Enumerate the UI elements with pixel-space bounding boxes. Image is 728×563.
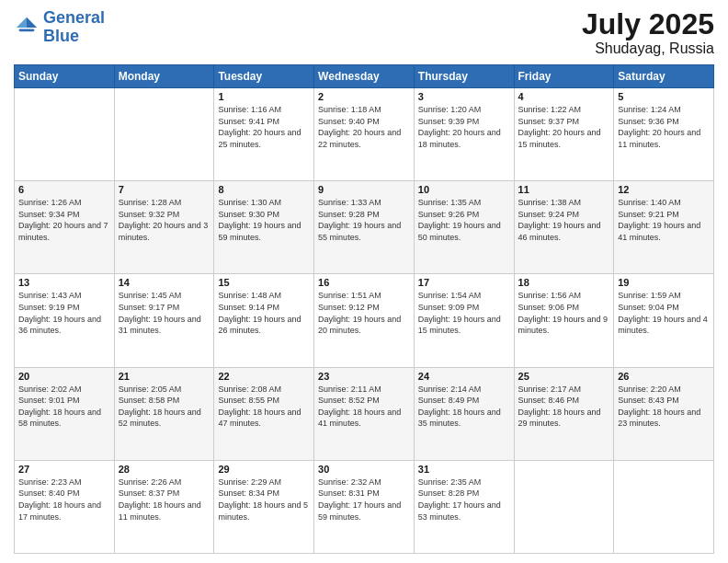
logo-text: General Blue: [43, 9, 105, 46]
calendar-table: Sunday Monday Tuesday Wednesday Thursday…: [14, 64, 714, 554]
day-number: 8: [218, 184, 310, 195]
header: General Blue July 2025 Shudayag, Russia: [14, 9, 714, 57]
table-row: [114, 88, 214, 181]
daylight-text: Daylight: 20 hours and 22 minutes.: [318, 127, 410, 150]
day-info: Sunrise: 1:59 AMSunset: 9:04 PMDaylight:…: [618, 290, 710, 336]
day-info: Sunrise: 1:40 AMSunset: 9:21 PMDaylight:…: [618, 197, 710, 243]
day-info: Sunrise: 2:29 AMSunset: 8:34 PMDaylight:…: [218, 477, 310, 523]
table-row: 6Sunrise: 1:26 AMSunset: 9:34 PMDaylight…: [15, 181, 115, 274]
day-number: 28: [119, 464, 210, 475]
table-row: 17Sunrise: 1:54 AMSunset: 9:09 PMDayligh…: [414, 274, 514, 367]
day-number: 14: [119, 277, 210, 288]
day-info: Sunrise: 2:23 AMSunset: 8:40 PMDaylight:…: [18, 477, 110, 523]
sunrise-text: Sunrise: 1:24 AM: [618, 104, 710, 116]
day-info: Sunrise: 1:18 AMSunset: 9:40 PMDaylight:…: [318, 104, 410, 150]
calendar-week-row: 13Sunrise: 1:43 AMSunset: 9:19 PMDayligh…: [15, 274, 714, 367]
day-info: Sunrise: 2:35 AMSunset: 8:28 PMDaylight:…: [418, 477, 510, 523]
table-row: 23Sunrise: 2:11 AMSunset: 8:52 PMDayligh…: [314, 367, 415, 460]
table-row: 5Sunrise: 1:24 AMSunset: 9:36 PMDaylight…: [614, 88, 714, 181]
weekday-header-row: Sunday Monday Tuesday Wednesday Thursday…: [15, 65, 714, 88]
sunrise-text: Sunrise: 1:30 AM: [218, 197, 310, 209]
table-row: 3Sunrise: 1:20 AMSunset: 9:39 PMDaylight…: [414, 88, 514, 181]
sunrise-text: Sunrise: 2:02 AM: [18, 384, 110, 396]
header-sunday: Sunday: [15, 65, 115, 88]
sunrise-text: Sunrise: 2:14 AM: [418, 384, 510, 396]
day-number: 5: [618, 91, 710, 102]
sunset-text: Sunset: 8:52 PM: [318, 395, 410, 407]
sunrise-text: Sunrise: 1:51 AM: [318, 290, 410, 302]
sunset-text: Sunset: 8:46 PM: [518, 395, 610, 407]
day-info: Sunrise: 2:02 AMSunset: 9:01 PMDaylight:…: [18, 384, 110, 430]
table-row: 19Sunrise: 1:59 AMSunset: 9:04 PMDayligh…: [614, 274, 714, 367]
logo-general: General: [43, 8, 105, 27]
day-number: 26: [618, 371, 710, 382]
table-row: 9Sunrise: 1:33 AMSunset: 9:28 PMDaylight…: [314, 181, 415, 274]
sunrise-text: Sunrise: 1:20 AM: [418, 104, 510, 116]
sunset-text: Sunset: 9:36 PM: [618, 116, 710, 128]
day-info: Sunrise: 1:45 AMSunset: 9:17 PMDaylight:…: [119, 290, 210, 336]
table-row: 13Sunrise: 1:43 AMSunset: 9:19 PMDayligh…: [15, 274, 115, 367]
day-info: Sunrise: 1:35 AMSunset: 9:26 PMDaylight:…: [418, 197, 510, 243]
day-number: 18: [518, 277, 610, 288]
daylight-text: Daylight: 19 hours and 9 minutes.: [518, 314, 610, 337]
sunset-text: Sunset: 9:19 PM: [18, 302, 110, 314]
svg-marker-0: [27, 17, 37, 28]
table-row: 14Sunrise: 1:45 AMSunset: 9:17 PMDayligh…: [114, 274, 214, 367]
sunrise-text: Sunrise: 2:26 AM: [119, 477, 210, 488]
day-info: Sunrise: 2:08 AMSunset: 8:55 PMDaylight:…: [218, 384, 310, 430]
day-number: 7: [119, 184, 210, 195]
day-info: Sunrise: 1:20 AMSunset: 9:39 PMDaylight:…: [418, 104, 510, 150]
day-number: 1: [218, 91, 310, 102]
sunrise-text: Sunrise: 2:32 AM: [318, 477, 410, 488]
day-info: Sunrise: 1:51 AMSunset: 9:12 PMDaylight:…: [318, 290, 410, 336]
sunset-text: Sunset: 9:24 PM: [518, 209, 610, 221]
day-info: Sunrise: 1:33 AMSunset: 9:28 PMDaylight:…: [318, 197, 410, 243]
day-number: 15: [218, 277, 310, 288]
daylight-text: Daylight: 18 hours and 29 minutes.: [518, 407, 610, 430]
sunset-text: Sunset: 8:40 PM: [18, 488, 110, 500]
day-info: Sunrise: 1:28 AMSunset: 9:32 PMDaylight:…: [119, 197, 210, 243]
table-row: 20Sunrise: 2:02 AMSunset: 9:01 PMDayligh…: [15, 367, 115, 460]
day-number: 21: [119, 371, 210, 382]
daylight-text: Daylight: 20 hours and 3 minutes.: [119, 220, 210, 243]
daylight-text: Daylight: 18 hours and 11 minutes.: [119, 500, 210, 523]
daylight-text: Daylight: 19 hours and 59 minutes.: [218, 220, 310, 243]
sunrise-text: Sunrise: 1:56 AM: [518, 290, 610, 302]
day-info: Sunrise: 1:38 AMSunset: 9:24 PMDaylight:…: [518, 197, 610, 243]
sunrise-text: Sunrise: 2:08 AM: [218, 384, 310, 396]
location-title: Shudayag, Russia: [582, 40, 714, 57]
daylight-text: Daylight: 18 hours and 35 minutes.: [418, 407, 510, 430]
sunset-text: Sunset: 9:04 PM: [618, 302, 710, 314]
daylight-text: Daylight: 20 hours and 18 minutes.: [418, 127, 510, 150]
daylight-text: Daylight: 19 hours and 55 minutes.: [318, 220, 410, 243]
day-info: Sunrise: 2:26 AMSunset: 8:37 PMDaylight:…: [119, 477, 210, 523]
daylight-text: Daylight: 20 hours and 7 minutes.: [18, 220, 110, 243]
sunset-text: Sunset: 9:39 PM: [418, 116, 510, 128]
calendar-week-row: 6Sunrise: 1:26 AMSunset: 9:34 PMDaylight…: [15, 181, 714, 274]
sunrise-text: Sunrise: 1:59 AM: [618, 290, 710, 302]
month-title: July 2025: [582, 9, 714, 39]
sunrise-text: Sunrise: 2:35 AM: [418, 477, 510, 488]
sunrise-text: Sunrise: 2:23 AM: [18, 477, 110, 488]
table-row: 24Sunrise: 2:14 AMSunset: 8:49 PMDayligh…: [414, 367, 514, 460]
sunset-text: Sunset: 9:30 PM: [218, 209, 310, 221]
sunrise-text: Sunrise: 1:33 AM: [318, 197, 410, 209]
logo-icon: [14, 15, 40, 40]
day-number: 6: [18, 184, 110, 195]
day-info: Sunrise: 2:20 AMSunset: 8:43 PMDaylight:…: [618, 384, 710, 430]
sunrise-text: Sunrise: 2:11 AM: [318, 384, 410, 396]
day-info: Sunrise: 2:32 AMSunset: 8:31 PMDaylight:…: [318, 477, 410, 523]
day-number: 11: [518, 184, 610, 195]
day-info: Sunrise: 2:05 AMSunset: 8:58 PMDaylight:…: [119, 384, 210, 430]
daylight-text: Daylight: 19 hours and 20 minutes.: [318, 314, 410, 337]
sunrise-text: Sunrise: 1:48 AM: [218, 290, 310, 302]
sunrise-text: Sunrise: 1:18 AM: [318, 104, 410, 116]
table-row: 30Sunrise: 2:32 AMSunset: 8:31 PMDayligh…: [314, 460, 415, 553]
table-row: 21Sunrise: 2:05 AMSunset: 8:58 PMDayligh…: [114, 367, 214, 460]
table-row: 22Sunrise: 2:08 AMSunset: 8:55 PMDayligh…: [214, 367, 314, 460]
table-row: [15, 88, 115, 181]
sunrise-text: Sunrise: 1:40 AM: [618, 197, 710, 209]
header-thursday: Thursday: [414, 65, 514, 88]
day-info: Sunrise: 2:14 AMSunset: 8:49 PMDaylight:…: [418, 384, 510, 430]
sunrise-text: Sunrise: 1:38 AM: [518, 197, 610, 209]
